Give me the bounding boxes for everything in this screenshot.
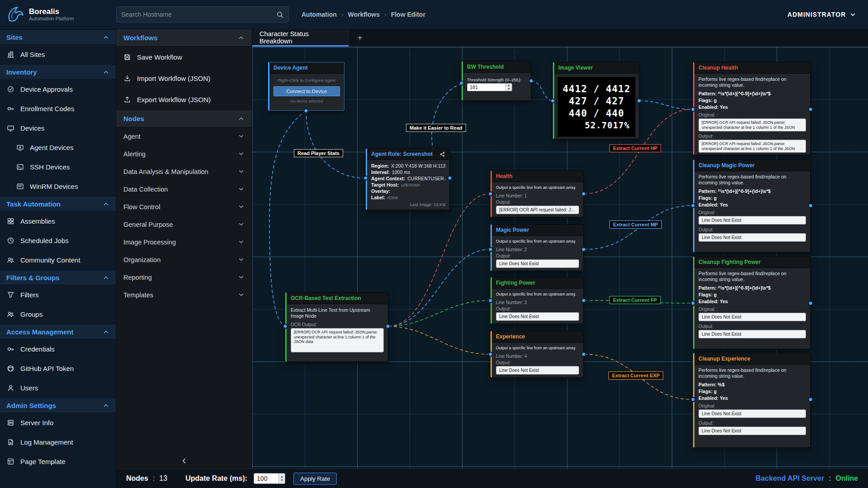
sidebar-section-admin-settings[interactable]: Admin Settings [0,398,116,413]
port[interactable] [363,176,368,181]
sidebar-item-community-content[interactable]: Community Content [0,250,116,270]
output-field[interactable]: [ERROR] OCR API request failed: JSON.par… [698,140,806,153]
port[interactable] [808,397,813,402]
tab-character-status-breakdown[interactable]: Character Status Breakdown [252,29,349,47]
sidebar-item-device-approvals[interactable]: Device Approvals [0,80,116,99]
apply-rate-button[interactable]: Apply Rate [293,473,337,485]
node-cleanup-health[interactable]: Cleanup Health Performs live regex-based… [693,62,811,155]
user-menu[interactable]: ADMINISTRATOR [788,11,856,18]
node-agent-screenshot[interactable]: Agent Role: Screenshot Region:X:200 Y:41… [366,148,450,210]
number-spinner[interactable]: ▲▼ [505,84,512,91]
connect-to-device-button[interactable]: Connect to Device [274,86,340,96]
port[interactable] [488,352,493,357]
sidebar-item-server-info[interactable]: Server Info [0,413,116,432]
original-field[interactable]: Line Does Not Exist [698,313,806,321]
sidebar-item-groups[interactable]: Groups [0,305,116,324]
port[interactable] [691,301,696,306]
output-field[interactable]: Line Does Not Exist [698,427,806,435]
node-cleanup-experience[interactable]: Cleanup Experience Performs live regex-b… [693,353,811,448]
output-field[interactable]: Line Does Not Exist [698,330,806,338]
threshold-input[interactable] [467,84,505,91]
sidebar-item-credentials[interactable]: Credentials [0,339,116,359]
sidebar-section-sites[interactable]: Sites [0,29,116,45]
sidebar-item-all-sites[interactable]: All Sites [0,45,116,64]
port[interactable] [637,99,642,103]
update-rate-input[interactable] [254,474,278,483]
output-field[interactable]: Line Does Not Exist [496,312,579,321]
port[interactable] [691,107,696,112]
node-fighting-power[interactable]: Fighting Power Output a specific line fr… [491,277,584,324]
port[interactable] [581,298,586,303]
breadcrumb-flow-editor[interactable]: Flow Editor [391,11,425,18]
port[interactable] [581,352,586,357]
sidebar-section-task-automation[interactable]: Task Automation [0,196,116,211]
export-workflow-button[interactable]: Export Workflow (JSON) [116,89,252,110]
add-tab-button[interactable]: + [349,29,371,47]
node-bw-threshold[interactable]: BW Threshold Threshold Strength (0–255):… [462,61,531,101]
node-category-agent[interactable]: Agent [116,127,252,145]
port[interactable] [459,81,464,86]
node-category-flow-control[interactable]: Flow Control [116,198,252,216]
port[interactable] [691,203,696,208]
ocr-output-field[interactable]: [ERROR] OCR API request failed: JSON.par… [291,328,384,352]
node-category-general-purpose[interactable]: General Purpose [116,216,252,233]
node-experience[interactable]: Experience Output a specific line from a… [491,331,584,378]
sidebar-item-users[interactable]: Users [0,378,116,398]
flow-canvas[interactable]: Device Agent Right-Click to Configure Ag… [252,47,868,469]
sidebar-item-winrm-devices[interactable]: WinRM Devices [0,177,116,196]
sidebar-section-inventory[interactable]: Inventory [0,64,116,80]
port[interactable] [808,203,813,208]
output-field[interactable]: Line Does Not Exist [496,259,579,268]
sidebar-item-github-api-token[interactable]: GitHub API Token [0,359,116,378]
port[interactable] [808,301,813,306]
port[interactable] [529,79,534,84]
node-cleanup-magic-power[interactable]: Cleanup Magic Power Performs live regex-… [693,160,811,253]
node-cleanup-fighting-power[interactable]: Cleanup Fighting Power Performs live reg… [693,256,811,349]
output-field[interactable]: [ERROR] OCR API request failed: JSON.par [496,206,579,214]
node-category-image-processing[interactable]: Image Processing [116,233,252,251]
port[interactable] [581,247,586,252]
port[interactable] [386,324,391,329]
node-image-viewer[interactable]: Image Viewer 4412 / 4412 427 / 427 440 /… [553,62,639,139]
sidebar-section-filters-groups[interactable]: Filters & Groups [0,270,116,285]
number-spinner[interactable]: ▲▼ [278,474,285,483]
original-field[interactable]: [ERROR] OCR API request failed: JSON.par… [698,118,806,131]
share-icon[interactable] [439,151,445,157]
node-category-templates[interactable]: Templates [116,286,252,304]
node-health[interactable]: Health Output a specific line from an up… [491,170,584,217]
palette-header-nodes[interactable]: Nodes [116,110,252,127]
sidebar-item-agent-devices[interactable]: Agent Devices [0,138,116,157]
port[interactable] [488,192,493,197]
breadcrumb-automation[interactable]: Automation [302,11,337,18]
port[interactable] [691,397,696,402]
port[interactable] [808,107,813,112]
node-magic-power[interactable]: Magic Power Output a specific line from … [491,224,584,271]
node-category-data-collection[interactable]: Data Collection [116,180,252,198]
sidebar-item-page-template[interactable]: Page Template [0,452,116,471]
sidebar-item-scheduled-jobs[interactable]: Scheduled Jobs [0,231,116,250]
breadcrumb-workflows[interactable]: Workflows [348,11,380,18]
node-category-alerting[interactable]: Alerting [116,145,252,163]
sidebar-item-log-management[interactable]: Log Management [0,432,116,452]
node-category-organization[interactable]: Organization [116,251,252,268]
port[interactable] [448,176,453,181]
sidebar-item-ssh-devices[interactable]: SSH Devices [0,157,116,177]
node-device-agent[interactable]: Device Agent Right-Click to Configure Ag… [268,62,344,111]
original-field[interactable]: Line Does Not Exist [698,409,806,418]
port[interactable] [581,192,586,197]
port[interactable] [551,99,556,103]
node-category-reporting[interactable]: Reporting [116,268,252,286]
sidebar-section-access-management[interactable]: Access Management [0,324,116,339]
port[interactable] [304,108,309,113]
sidebar-item-filters[interactable]: Filters [0,285,116,305]
port[interactable] [488,247,493,252]
palette-collapse-button[interactable] [116,453,252,469]
sidebar-item-assemblies[interactable]: Assemblies [0,211,116,231]
sidebar-item-devices[interactable]: Devices [0,118,116,138]
output-field[interactable]: Line Does Not Exist [698,233,806,242]
node-ocr-extraction[interactable]: OCR-Based Text Extraction Extract Multi-… [285,292,388,362]
port[interactable] [283,324,288,329]
port[interactable] [488,298,493,303]
palette-header-workflows[interactable]: Workflows [116,29,252,47]
output-field[interactable]: Line Does Not Exist [496,366,579,375]
